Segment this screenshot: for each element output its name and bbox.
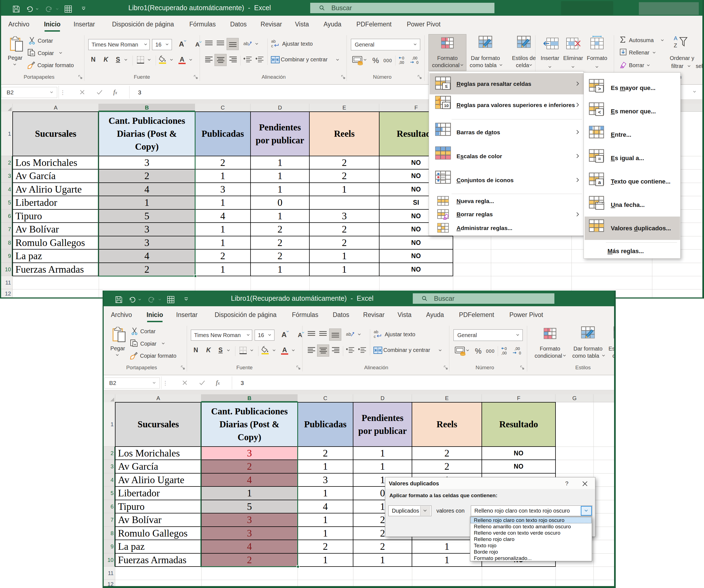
svg-text:,00: ,00 [399, 60, 404, 65]
svg-text:Z: Z [674, 42, 677, 48]
svg-text:0: 0 [519, 351, 521, 355]
svg-text:ab: ab [271, 39, 276, 44]
svg-text:0: 0 [505, 346, 507, 351]
svg-text:ab: ab [243, 41, 249, 46]
svg-text:,00: ,00 [412, 56, 417, 60]
svg-text:c: c [374, 334, 376, 339]
svg-text:ab: ab [374, 330, 378, 334]
svg-text:,00: ,00 [501, 351, 507, 355]
svg-text:ab: ab [346, 331, 351, 337]
svg-text:A: A [180, 56, 184, 63]
svg-text:,00: ,00 [515, 346, 520, 351]
svg-text:A: A [674, 35, 678, 41]
svg-text:0: 0 [416, 60, 419, 65]
svg-text:c: c [271, 44, 273, 48]
svg-text:A: A [282, 346, 287, 354]
svg-text:0: 0 [402, 56, 404, 60]
